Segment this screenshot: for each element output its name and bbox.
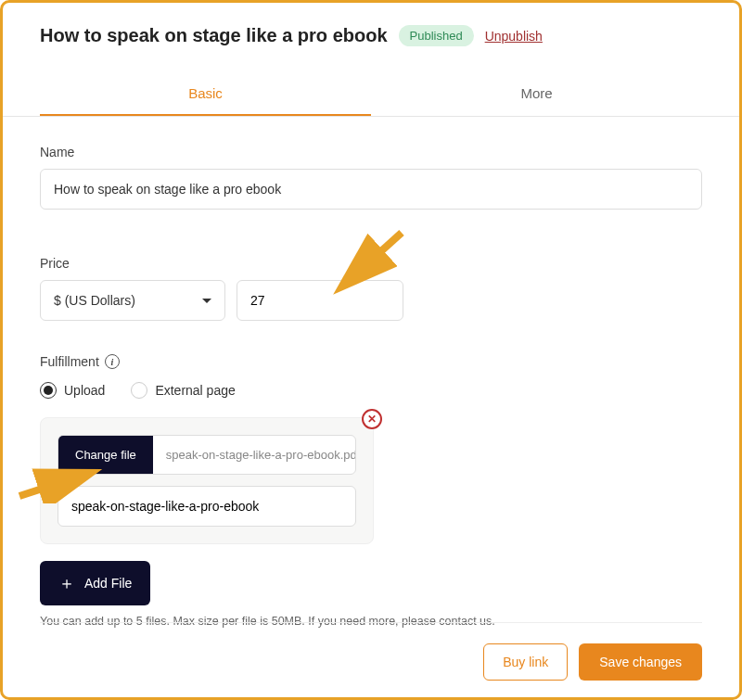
save-button[interactable]: Save changes [579,643,702,681]
currency-select[interactable]: $ (US Dollars) [40,280,225,321]
page-title: How to speak on stage like a pro ebook [40,25,388,46]
add-file-button[interactable]: ＋ Add File [40,561,150,605]
info-icon[interactable]: i [105,354,120,369]
status-badge: Published [399,25,474,46]
tab-more[interactable]: More [371,72,702,116]
currency-value: $ (US Dollars) [54,293,135,308]
unpublish-link[interactable]: Unpublish [485,29,543,44]
plus-icon: ＋ [58,572,75,594]
file-label-input[interactable] [58,486,356,527]
chevron-down-icon [202,299,211,303]
remove-file-button[interactable]: ✕ [362,409,382,429]
price-input[interactable] [237,280,403,321]
radio-external[interactable]: External page [131,382,235,399]
tabs: Basic More [3,72,739,117]
fulfillment-label: Fulfillment i [40,354,702,369]
radio-upload[interactable]: Upload [40,382,105,399]
name-input[interactable] [40,169,702,210]
close-icon: ✕ [367,413,377,426]
filename-display: speak-on-stage-like-a-pro-ebook.pdf [153,436,355,474]
name-label: Name [40,145,702,159]
tab-basic[interactable]: Basic [40,72,371,116]
change-file-button[interactable]: Change file [58,436,153,474]
price-label: Price [40,256,702,271]
buy-link-button[interactable]: Buy link [483,643,568,681]
file-card: ✕ Change file speak-on-stage-like-a-pro-… [40,417,374,544]
